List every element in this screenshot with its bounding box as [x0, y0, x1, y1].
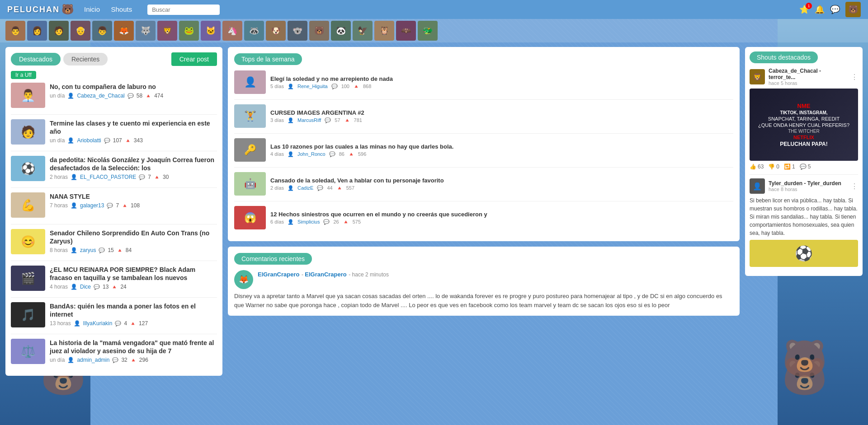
post-author[interactable]: Cabeza_de_Chacal: [77, 93, 124, 99]
post-item: 😊 Senador Chileno Sorprendido En Auto Co…: [11, 229, 217, 254]
create-post-button[interactable]: Crear post: [171, 52, 217, 66]
comment-author2[interactable]: ElGranCrapero: [305, 271, 346, 278]
top-title[interactable]: Las 10 razones por las cuales a las mina…: [270, 143, 733, 150]
user-avatar[interactable]: 🐻: [845, 2, 861, 17]
avatar-thumb[interactable]: 🦉: [374, 21, 394, 41]
nav-shouts[interactable]: Shouts: [108, 4, 135, 15]
avatar-thumb[interactable]: 🦁: [157, 21, 177, 41]
top-author[interactable]: CadizE: [297, 185, 313, 191]
post-item: 🧑 Termine las clases y te cuento mi expe…: [11, 119, 217, 145]
avatar-thumb[interactable]: 👦: [92, 21, 112, 41]
repost-btn[interactable]: 🔁 1: [784, 163, 795, 170]
more-options-icon[interactable]: ⋮: [851, 182, 858, 191]
dislike-count: 0: [776, 163, 779, 170]
author-icon: 👤: [67, 93, 74, 99]
post-title[interactable]: ¿EL MCU REINARA POR SIEMPRE? Black Adam …: [50, 266, 217, 282]
messages-btn[interactable]: 💬: [830, 5, 840, 14]
search-input[interactable]: [147, 5, 220, 15]
main-nav: Inicio Shouts: [81, 5, 138, 14]
avatar-thumb[interactable]: 🐶: [266, 21, 286, 41]
main-content: Destacados Recientes Crear post Ir a Uff…: [0, 42, 868, 380]
avatar-thumb[interactable]: 👨: [5, 21, 25, 41]
top-author[interactable]: MarcusRiff: [297, 117, 321, 123]
avatar-thumb[interactable]: 🧑: [49, 21, 69, 41]
avatar-thumb[interactable]: 🐼: [331, 21, 351, 41]
avatar-thumb[interactable]: 🦄: [222, 21, 242, 41]
post-title[interactable]: La historia de la "mamá vengadora" que m…: [50, 339, 217, 355]
nav-inicio[interactable]: Inicio: [81, 4, 103, 15]
avatar-thumb[interactable]: 🦇: [396, 21, 416, 41]
shout-bottom-image: ⚽: [750, 240, 858, 267]
top-author[interactable]: Rene_Higuita: [297, 84, 328, 89]
notification-bell[interactable]: 🔔: [815, 5, 825, 14]
post-divider: [11, 261, 217, 261]
top-author[interactable]: Simplicius: [297, 219, 320, 225]
avatar-thumb[interactable]: 🐻: [309, 21, 329, 41]
avatar-thumb[interactable]: 👴: [71, 21, 90, 41]
top-days: 4 días: [270, 151, 284, 157]
top-thumb: 🔑: [234, 138, 266, 162]
top-points: 557: [346, 185, 354, 191]
avatar-thumb[interactable]: 🐲: [418, 21, 438, 41]
post-title[interactable]: da pedotita: Nicolás González y Joaquín …: [50, 156, 217, 172]
post-thumb: ⚖️: [11, 339, 45, 364]
post-info: Termine las clases y te cuento mi experi…: [50, 119, 217, 144]
comment-author[interactable]: ElGranCrapero: [258, 271, 299, 278]
post-author[interactable]: IllyaKuriakin: [83, 320, 113, 327]
post-title[interactable]: Senador Chileno Sorprendido En Auto Con …: [50, 229, 217, 245]
top-points-icon: 🔺: [344, 117, 350, 123]
avatar-thumb[interactable]: 🐱: [201, 21, 221, 41]
post-points: 108: [131, 202, 140, 209]
post-author[interactable]: zaryus: [80, 247, 96, 253]
shout-username[interactable]: Cabeza_de_Chacal - terror_te...: [769, 68, 847, 80]
tab-destacados[interactable]: Destacados: [11, 53, 61, 65]
post-author[interactable]: Ariobolatti: [77, 137, 101, 144]
post-title[interactable]: No, con tu compañera de laburo no: [50, 83, 217, 91]
post-title[interactable]: BandAs: quién les manda a poner las foto…: [50, 302, 217, 318]
avatar-thumb[interactable]: 🐨: [288, 21, 307, 41]
post-info: La historia de la "mamá vengadora" que m…: [50, 339, 217, 363]
more-options-icon[interactable]: ⋮: [851, 73, 858, 81]
avatar-thumb[interactable]: 🐺: [136, 21, 156, 41]
post-divider: [11, 151, 217, 151]
post-title[interactable]: Termine las clases y te cuento mi experi…: [50, 119, 217, 135]
avatar-thumb[interactable]: 🐸: [179, 21, 199, 41]
top-days: 6 días: [270, 219, 284, 225]
like-btn[interactable]: 👍 63: [750, 163, 764, 170]
author-icon: 👤: [67, 137, 74, 144]
ir-uff-badge[interactable]: Ir a Uff: [11, 71, 36, 79]
dislike-btn[interactable]: 👎 0: [768, 163, 779, 170]
points-icon: 🔺: [145, 93, 151, 99]
top-title[interactable]: Cansado de la soledad, Ven a hablar con …: [270, 177, 733, 184]
post-author[interactable]: galager13: [80, 202, 104, 209]
top-item: 🤖 Cansado de la soledad, Ven a hablar co…: [234, 172, 733, 196]
avatar-thumb[interactable]: 🦅: [353, 21, 373, 41]
shout-user-info: Tyler_durden - Tyler_durden hace 8 horas: [769, 180, 841, 192]
top-points: 575: [353, 219, 361, 225]
post-info: BandAs: quién les manda a poner las foto…: [50, 302, 217, 327]
comment-btn[interactable]: 💬 5: [800, 163, 811, 170]
post-author[interactable]: admin_admin: [77, 357, 109, 363]
post-comments: 107: [113, 137, 122, 144]
author-icon: 👤: [71, 174, 77, 180]
shout-username[interactable]: Tyler_durden - Tyler_durden: [769, 180, 841, 187]
top-title[interactable]: 12 Hechos siniestros que ocurren en el m…: [270, 211, 733, 218]
top-author[interactable]: John_Ronco: [297, 151, 326, 157]
avatar-thumb[interactable]: 🦊: [114, 21, 134, 41]
post-info: ¿EL MCU REINARA POR SIEMPRE? Black Adam …: [50, 266, 217, 290]
post-points: 127: [139, 320, 148, 327]
post-title[interactable]: NANA STYLE: [50, 192, 217, 201]
tab-recientes[interactable]: Recientes: [63, 53, 108, 65]
comment-body: Disney va a apretar tanto a Marvel que y…: [234, 292, 733, 309]
post-time: 4 horas: [50, 284, 68, 290]
star-icon-btn[interactable]: ⭐ 1: [799, 5, 809, 14]
post-author[interactable]: Dice: [80, 284, 91, 290]
post-info: Senador Chileno Sorprendido En Auto Con …: [50, 229, 217, 253]
top-title[interactable]: Elegí la soledad y no me arrepiento de n…: [270, 75, 733, 82]
top-divider: [234, 99, 733, 100]
post-info: No, con tu compañera de laburo no un día…: [50, 83, 217, 99]
avatar-thumb[interactable]: 👩: [27, 21, 47, 41]
top-title[interactable]: CURSED IMAGES ARGENTINA #2: [270, 109, 733, 116]
post-author[interactable]: EL_FLACO_PASTORE: [80, 174, 136, 180]
avatar-thumb[interactable]: 🦝: [244, 21, 264, 41]
